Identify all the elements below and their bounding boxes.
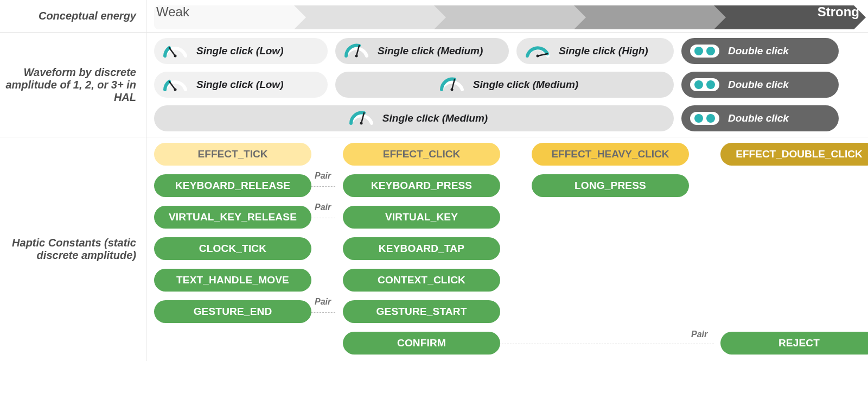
waveform-pill-label: Single click (Medium) <box>473 79 578 91</box>
effect-double-click: EFFECT_DOUBLE_CLICK <box>720 143 868 166</box>
label-text: Conceptual energy <box>39 10 136 22</box>
gauge-icon <box>439 75 464 94</box>
waveform-pill-label: Single click (Low) <box>196 79 283 91</box>
const-keyboard-press: KEYBOARD_PRESS <box>343 174 500 197</box>
const-gesture-start: GESTURE_START <box>343 300 500 323</box>
waveform-pill-label: Double click <box>728 45 789 57</box>
const-virtual-key-release: VIRTUAL_KEY_RELEASE <box>154 206 311 229</box>
const-keyboard-release: KEYBOARD_RELEASE <box>154 174 311 197</box>
svg-point-3 <box>174 54 177 57</box>
waveform-pill-single-medium: Single click (Medium) <box>335 38 509 64</box>
waveform-pill-double: Double click <box>681 72 839 98</box>
const-confirm: CONFIRM <box>343 332 500 355</box>
row-label-waveform: Waveform by discrete amplitude of 1, 2, … <box>0 33 146 137</box>
waveform-pill-single-low: Single click (Low) <box>154 72 328 98</box>
double-click-icon <box>690 78 719 92</box>
effect-click: EFFECT_CLICK <box>343 143 500 166</box>
svg-point-9 <box>174 88 177 91</box>
label-text: Waveform by discrete amplitude of 1, 2, … <box>4 66 136 104</box>
gauge-icon <box>344 42 369 61</box>
waveform-pill-single-medium: Single click (Medium) <box>154 105 674 131</box>
spectrum-segment <box>434 5 574 29</box>
waveform-pill-label: Single click (High) <box>559 45 648 57</box>
spectrum-segment <box>294 5 434 29</box>
waveform-pill-label: Single click (Low) <box>196 45 283 57</box>
waveform-pill-label: Double click <box>728 112 789 124</box>
svg-point-11 <box>450 88 453 91</box>
constants-grid-wrap: Pair Pair Pair Pair EFFECT_TICK EFFECT_C… <box>146 137 868 361</box>
const-reject: REJECT <box>720 332 868 355</box>
double-click-icon <box>690 112 719 125</box>
waveform-pill-double: Double click <box>681 38 839 64</box>
svg-point-5 <box>355 54 358 57</box>
gauge-icon <box>163 42 188 61</box>
gauge-icon <box>349 109 374 128</box>
const-long-press: LONG_PRESS <box>532 174 689 197</box>
spectrum-strong-label: Strong <box>818 0 859 24</box>
const-gesture-end: GESTURE_END <box>154 300 311 323</box>
energy-spectrum: Weak Strong <box>146 0 868 33</box>
waveform-pill-single-low: Single click (Low) <box>154 38 328 64</box>
waveform-pill-label: Single click (Medium) <box>382 112 488 124</box>
spectrum-weak-label: Weak <box>156 0 189 24</box>
const-virtual-key: VIRTUAL_KEY <box>343 206 500 229</box>
waveform-rows: Single click (Low) Single click (Medium)… <box>146 33 868 137</box>
const-keyboard-tap: KEYBOARD_TAP <box>343 237 500 260</box>
pair-label: Pair <box>689 330 710 339</box>
svg-point-7 <box>537 54 539 57</box>
double-click-icon <box>690 45 719 58</box>
pair-label: Pair <box>312 202 333 212</box>
label-text: Haptic Constants (static discrete amplit… <box>4 237 136 262</box>
spectrum-segment <box>574 5 714 29</box>
waveform-pill-single-high: Single click (High) <box>516 38 674 64</box>
row-label-energy: Conceptual energy <box>0 0 146 33</box>
row-label-constants: Haptic Constants (static discrete amplit… <box>0 137 146 361</box>
waveform-pill-label: Double click <box>728 79 789 91</box>
waveform-pill-single-medium: Single click (Medium) <box>335 72 674 98</box>
gauge-icon <box>163 75 188 94</box>
gauge-icon <box>525 42 550 61</box>
waveform-pill-label: Single click (Medium) <box>378 45 483 57</box>
waveform-pill-double: Double click <box>681 105 839 131</box>
const-context-click: CONTEXT_CLICK <box>343 269 500 292</box>
svg-point-13 <box>360 122 362 124</box>
const-text-handle-move: TEXT_HANDLE_MOVE <box>154 269 311 292</box>
pair-label: Pair <box>312 297 333 307</box>
effect-heavy-click: EFFECT_HEAVY_CLICK <box>532 143 689 166</box>
effect-tick: EFFECT_TICK <box>154 143 311 166</box>
const-clock-tick: CLOCK_TICK <box>154 237 311 260</box>
pair-label: Pair <box>312 171 333 181</box>
